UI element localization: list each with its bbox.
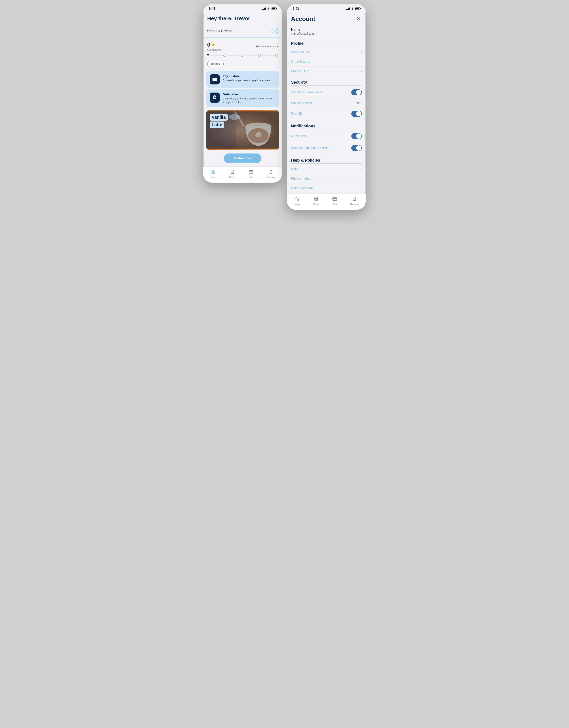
messages-label: Messages	[291, 134, 306, 138]
nav-order-right[interactable]: Order	[313, 196, 319, 206]
pay-card-title: Pay in store	[223, 74, 270, 78]
notifications-section: Notifications Messages Receipts, tipping…	[287, 120, 366, 155]
messages-row[interactable]: Messages	[291, 130, 362, 142]
star-balance-label: Star Balance	[207, 48, 221, 51]
order-history-label: Order History	[291, 60, 310, 64]
two-factor-toggle[interactable]	[351, 89, 362, 95]
cart-icon	[249, 169, 253, 175]
status-time-right: 9:41	[292, 7, 299, 11]
featured-label-line2: Latte	[210, 122, 225, 128]
home-icon-right	[294, 196, 299, 202]
passcode-right: Off ›	[356, 101, 362, 105]
orders-reward-bar[interactable]: Orders & Reward	[203, 25, 282, 37]
passcode-label: Passcode lock	[291, 101, 312, 105]
nav-order-label: Order	[229, 176, 236, 179]
pay-in-store-card[interactable]: Pay in store Choose how you want to pay …	[207, 71, 279, 88]
card-icon	[212, 77, 217, 82]
help-row[interactable]: Help ›	[291, 164, 362, 174]
security-section: Security 2-factor authentication Passcod…	[287, 77, 366, 120]
order-icon-right	[313, 196, 318, 202]
home-header: Hey there, Trevor	[203, 12, 282, 23]
battery-icon	[272, 7, 277, 10]
face-id-row[interactable]: Face ID	[291, 108, 362, 120]
svg-point-4	[214, 97, 216, 98]
chevron-icon-4: ›	[361, 101, 362, 105]
svg-point-0	[274, 30, 276, 31]
nav-home[interactable]: Home	[210, 169, 216, 179]
chevron-icon-7: ›	[361, 186, 362, 190]
nav-order-label-right: Order	[313, 203, 319, 206]
security-divider	[291, 85, 362, 86]
chevron-icon-6: ›	[361, 177, 362, 180]
nav-reserve-right[interactable]: Reserve	[350, 196, 359, 206]
nav-reserve[interactable]: Reserve	[267, 169, 276, 179]
profile-icon[interactable]	[272, 28, 278, 34]
stars-section: 0 ★ Star Balance Rewards options ▾	[203, 39, 282, 69]
nav-cart[interactable]: Cart	[249, 169, 253, 179]
face-id-toggle[interactable]	[351, 111, 362, 117]
cup-icon	[212, 95, 217, 100]
star-balance-row: 0 ★ Star Balance Rewards options ▾	[207, 42, 278, 51]
receipts-row[interactable]: Receipts, tipping and orders	[291, 142, 362, 154]
account-header: Account ✕	[287, 12, 366, 22]
order-icon-wrap	[210, 93, 220, 103]
greeting-text: Hey there, Trevor	[207, 15, 278, 22]
user-info: Name name@gmail.com	[287, 24, 366, 38]
svg-point-13	[232, 171, 233, 172]
bottom-nav-left: Home Order Cart Reserve	[203, 167, 282, 183]
orders-reward-label: Orders & Reward	[207, 29, 232, 33]
progress-dot-3	[258, 54, 261, 57]
nav-home-label-right: Home	[293, 203, 300, 206]
status-time-left: 9:41	[209, 7, 215, 11]
delete-account-row[interactable]: Delete Account ›	[291, 183, 362, 193]
user-email: name@gmail.com	[291, 32, 362, 35]
progress-bar	[207, 53, 278, 58]
progress-dot-2	[241, 54, 244, 57]
help-label: Help	[291, 167, 297, 171]
featured-label: Vanilla Latte	[210, 114, 228, 129]
chevron-icon: ›	[361, 50, 362, 54]
pay-card-desc: Choose how you want to pay to ear stars	[223, 79, 270, 82]
wifi-icon	[267, 7, 270, 10]
passcode-row[interactable]: Passcode lock Off ›	[291, 98, 362, 108]
privacy-notice-label: Privacy notice	[291, 177, 311, 180]
nav-home-label: Home	[210, 176, 216, 179]
home-content: Hey there, Trevor Orders & Reward 0 ★ St…	[203, 12, 282, 183]
order-ahead-card[interactable]: Order ahead Customize, pay and earn Star…	[207, 89, 279, 107]
svg-rect-2	[213, 79, 217, 79]
rewards-options-btn[interactable]: Rewards options ▾	[256, 45, 278, 48]
help-section: Help & Policies Help › Privacy notice › …	[287, 155, 366, 194]
status-icons-right	[346, 7, 360, 10]
receipts-toggle[interactable]	[351, 145, 362, 151]
details-button[interactable]: Details	[207, 61, 224, 67]
signal-icon	[262, 7, 266, 10]
progress-dot-4	[275, 54, 278, 57]
order-now-button[interactable]: Order now	[224, 153, 261, 163]
svg-point-21	[354, 197, 355, 198]
close-button[interactable]: ✕	[355, 15, 362, 22]
svg-rect-5	[214, 95, 216, 96]
privacy-data-row[interactable]: Privacy Data ›	[291, 67, 362, 76]
order-history-right: ›	[361, 60, 362, 64]
privacy-notice-row[interactable]: Privacy notice ›	[291, 174, 362, 183]
reserve-icon	[269, 169, 274, 175]
notifications-section-title: Notifications	[291, 124, 362, 128]
nav-reserve-label: Reserve	[267, 176, 276, 179]
receipts-label: Receipts, tipping and orders	[291, 146, 331, 150]
left-phone: 9:41 Hey there, Trevor Orders & Reward	[203, 4, 282, 183]
help-right: ›	[361, 167, 362, 171]
personal-info-row[interactable]: Personal Info ›	[291, 48, 362, 57]
order-card-text: Order ahead Customize, pay and earn Star…	[223, 93, 276, 104]
nav-order[interactable]: Order	[229, 169, 236, 179]
chevron-icon-3: ›	[361, 69, 362, 73]
delete-account-right: ›	[361, 186, 362, 190]
security-section-title: Security	[291, 80, 362, 85]
personal-info-right: ›	[361, 50, 362, 54]
privacy-data-label: Privacy Data	[291, 69, 309, 73]
messages-toggle[interactable]	[351, 133, 362, 139]
nav-home-right[interactable]: Home	[293, 196, 300, 206]
nav-cart-right[interactable]: Cart	[332, 196, 337, 206]
two-factor-row[interactable]: 2-factor authentication	[291, 86, 362, 98]
order-history-row[interactable]: Order History ›	[291, 57, 362, 67]
personal-info-label: Personal Info	[291, 50, 310, 54]
